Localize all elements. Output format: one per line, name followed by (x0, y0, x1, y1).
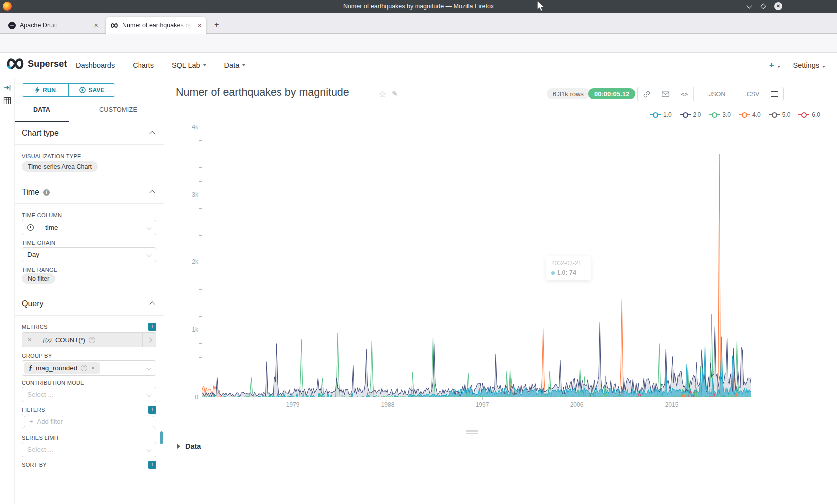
tab-data[interactable]: DATA (33, 106, 50, 113)
contribution-mode-select[interactable]: Select ... (22, 387, 156, 402)
copy-link-button[interactable] (638, 87, 656, 101)
y-axis-label: 2k (171, 258, 198, 265)
info-icon: i (43, 189, 50, 196)
chevron-down-icon (147, 225, 152, 230)
legend-item-3[interactable]: 3.0 (709, 111, 731, 118)
chart-plot-area[interactable] (202, 127, 751, 397)
series-marker-icon (650, 112, 661, 118)
help-icon: ? (89, 337, 95, 343)
y-axis-minor-tick (199, 222, 202, 222)
embed-code-button[interactable]: <> (675, 87, 694, 101)
collapse-section-icon[interactable] (149, 301, 155, 307)
chevron-down-icon (147, 392, 152, 397)
tab-customize[interactable]: CUSTOMIZE (99, 106, 137, 113)
time-grain-select[interactable]: Day (22, 247, 156, 262)
nav-menu: Dashboards Charts SQL Lab Data (76, 61, 245, 69)
y-axis-minor-tick (199, 235, 202, 236)
nav-item-data[interactable]: Data (224, 61, 246, 69)
y-axis-label: 1k (171, 326, 198, 333)
add-sort-button[interactable]: + (148, 461, 156, 469)
collapse-section-icon[interactable] (149, 190, 155, 195)
minimize-icon (746, 3, 752, 8)
legend-item-5[interactable]: 5.0 (769, 111, 791, 118)
x-axis-tick (482, 397, 483, 400)
y-axis-label: 3k (171, 191, 198, 198)
x-axis-tick (293, 397, 293, 400)
save-button[interactable]: SAVE (68, 84, 115, 96)
datasource-grid-icon[interactable] (3, 97, 11, 105)
expand-metric-button[interactable] (142, 333, 156, 347)
y-axis-label: 4k (171, 124, 198, 130)
viz-type-pill[interactable]: Time-series Area Chart (22, 161, 98, 172)
collapse-panel-icon[interactable] (3, 84, 11, 92)
series-limit-label-row: SERIES LIMIT (22, 434, 156, 442)
tab-earthquakes-chart[interactable]: Numer of earthquakes by magnitude ✕ (106, 17, 206, 34)
json-file-icon (699, 91, 704, 97)
code-icon: <> (681, 91, 688, 98)
section-divider (15, 144, 164, 145)
legend-item-4[interactable]: 4.0 (739, 111, 761, 118)
favorite-star-icon[interactable]: ☆ (379, 89, 386, 100)
tab-close-icon[interactable]: ✕ (197, 22, 202, 28)
add-metric-button[interactable]: + (148, 323, 156, 331)
browser-tab-bar: Apache Druid ✕ Numer of earthquakes by m… (0, 13, 837, 34)
legend-item-2[interactable]: 2.0 (680, 111, 701, 118)
series-marker-icon (680, 112, 691, 118)
group-by-select[interactable]: ƒ mag_rounded ? ✕ (22, 360, 156, 376)
nav-settings[interactable]: Settings (793, 61, 825, 69)
chart-tooltip: 2002-03-21 1.0: 74 (546, 256, 591, 280)
mouse-cursor (536, 1, 545, 12)
panel-resize-handle[interactable] (466, 430, 478, 435)
export-csv-button[interactable]: .CSV (731, 87, 765, 101)
chart-menu-button[interactable] (765, 87, 783, 101)
minimize-button[interactable] (745, 2, 753, 10)
legend-item-6[interactable]: 6.0 (798, 111, 820, 118)
window-title: Numer of earthquakes by magnitude — Mozi… (0, 3, 837, 10)
nav-add-button[interactable]: + (769, 60, 780, 70)
edit-pencil-icon[interactable]: ✎ (392, 89, 398, 98)
y-axis-minor-tick (199, 357, 202, 358)
section-query[interactable]: Query (22, 299, 44, 308)
data-panel-expander[interactable]: Data (177, 442, 201, 450)
email-button[interactable] (656, 87, 675, 101)
group-by-pill[interactable]: ƒ mag_rounded ? ✕ (24, 362, 100, 374)
y-axis-minor-tick (199, 276, 202, 276)
legend-item-1[interactable]: 1.0 (650, 111, 672, 118)
maximize-button[interactable] (759, 2, 767, 10)
collapse-section-icon[interactable] (149, 131, 155, 136)
section-chart-type[interactable]: Chart type (22, 129, 59, 138)
run-button[interactable]: RUN (22, 84, 68, 96)
tab-close-icon[interactable]: ✕ (94, 22, 98, 28)
remove-tag-icon[interactable]: ✕ (91, 365, 95, 371)
nav-right: + Settings (769, 60, 825, 70)
remove-metric-icon[interactable]: ✕ (22, 333, 37, 347)
run-save-group: RUN SAVE (22, 83, 115, 97)
nav-item-sql-lab[interactable]: SQL Lab (172, 61, 206, 69)
nav-item-dashboards[interactable]: Dashboards (76, 61, 115, 69)
y-axis-label: 0 (171, 394, 198, 401)
x-axis-label: 2006 (562, 401, 592, 408)
panel-tabs: DATA CUSTOMIZE (15, 100, 164, 122)
time-range-pill[interactable]: No filter (22, 273, 55, 284)
tabs-divider (15, 122, 164, 122)
superset-brand[interactable]: Superset (6, 57, 67, 70)
section-time[interactable]: Timei (22, 188, 50, 197)
time-column-select[interactable]: __time (22, 220, 156, 235)
metric-item[interactable]: ✕ ƒ(x) COUNT(*) ? (22, 332, 156, 347)
plus-circle-icon (79, 87, 86, 93)
add-filter-button[interactable]: + (148, 406, 156, 414)
series-limit-select[interactable]: Select ... (22, 442, 156, 457)
caret-right-icon (177, 444, 180, 449)
x-axis-tick (388, 397, 388, 400)
export-json-button[interactable]: .JSON (694, 87, 731, 101)
chevron-down-icon (147, 447, 152, 452)
time-range-label-row: TIME RANGE (22, 266, 156, 274)
panel-scrollbar-thumb[interactable] (160, 431, 163, 444)
tab-apache-druid[interactable]: Apache Druid ✕ (4, 17, 103, 34)
nav-item-charts[interactable]: Charts (133, 61, 154, 69)
add-filter-drop-button[interactable]: + Add filter (24, 416, 154, 427)
series-marker-icon (798, 112, 809, 118)
new-tab-button[interactable]: + (214, 20, 219, 29)
metrics-label-row: METRICS+ (22, 323, 156, 331)
close-button[interactable]: ✕ (774, 2, 782, 10)
